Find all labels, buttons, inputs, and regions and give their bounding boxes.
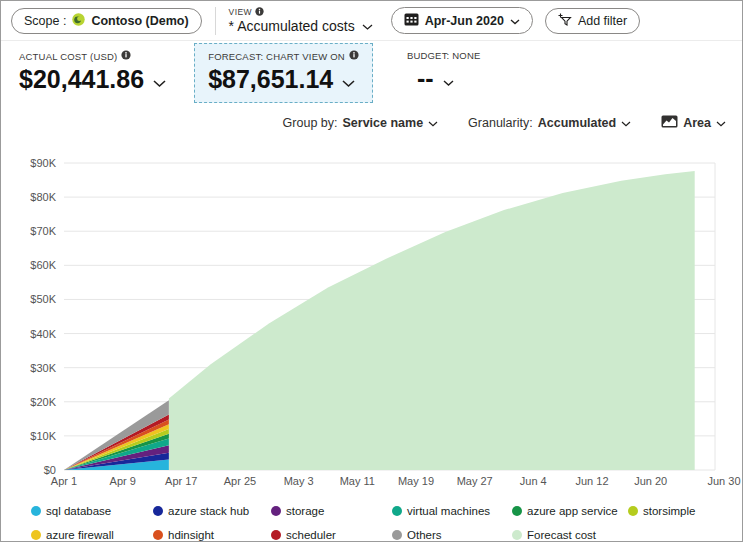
- management-group-icon: [72, 13, 85, 29]
- legend-item-scheduler[interactable]: scheduler: [271, 529, 392, 541]
- x-tick-label: Apr 9: [110, 475, 136, 487]
- chevron-down-icon: [621, 116, 631, 130]
- scheduler-swatch-icon: [271, 530, 281, 540]
- kpi-row: ACTUAL COST (USD) $20,441.86 FORECAST: C…: [1, 41, 742, 103]
- legend-item-forecast-cost[interactable]: Forecast cost: [512, 529, 628, 541]
- legend-label: Forecast cost: [527, 529, 596, 541]
- y-tick-label: $30K: [30, 362, 56, 374]
- legend-label: Others: [407, 529, 442, 541]
- others-swatch-icon: [392, 530, 402, 540]
- x-tick-label: Jun 4: [520, 475, 547, 487]
- view-label: VIEW: [229, 8, 252, 18]
- x-tick-label: May 27: [457, 475, 493, 487]
- storsimple-swatch-icon: [628, 506, 638, 516]
- legend-label: hdinsight: [168, 529, 214, 541]
- azure-stack-hub-swatch-icon: [153, 506, 163, 516]
- x-tick-label: Jun 20: [634, 475, 667, 487]
- granularity-label: Granularity:: [468, 116, 533, 130]
- legend-item-virtual-machines[interactable]: virtual machines: [392, 505, 512, 517]
- x-tick-label: May 3: [284, 475, 314, 487]
- toolbar-divider: [215, 7, 216, 35]
- legend-label: scheduler: [286, 529, 336, 541]
- info-icon: [349, 50, 359, 62]
- chevron-down-icon: [362, 18, 373, 34]
- chart-controls: Group by: Service name Granularity: Accu…: [1, 103, 742, 131]
- chevron-down-icon: [510, 14, 520, 28]
- y-tick-label: $80K: [30, 191, 56, 203]
- legend-item-storage[interactable]: storage: [271, 505, 392, 517]
- virtual-machines-swatch-icon: [392, 506, 402, 516]
- x-tick-label: Apr 17: [165, 475, 197, 487]
- x-tick-label: Jun 30: [707, 475, 740, 487]
- chevron-down-icon: [443, 64, 454, 93]
- x-tick-label: Apr 1: [51, 475, 77, 487]
- view-value: * Accumulated costs: [229, 18, 355, 34]
- legend-label: storage: [286, 505, 324, 517]
- chart-legend: sql databaseazure stack hubstoragevirtua…: [1, 493, 742, 542]
- budget-value[interactable]: --: [407, 64, 481, 93]
- info-icon: [255, 7, 264, 19]
- y-tick-label: $10K: [30, 430, 56, 442]
- actual-cost-value[interactable]: $20,441.86: [19, 65, 166, 94]
- chevron-down-icon: [342, 65, 355, 94]
- legend-item-azure-stack-hub[interactable]: azure stack hub: [153, 505, 271, 517]
- date-range-value: Apr-Jun 2020: [425, 14, 504, 28]
- legend-label: sql database: [46, 505, 111, 517]
- granularity-value: Accumulated: [538, 116, 617, 130]
- group-by-label: Group by:: [283, 116, 338, 130]
- forecast-kpi: FORECAST: CHART VIEW ON $87,651.14: [194, 43, 373, 103]
- legend-row: azure firewallhdinsightschedulerOthersFo…: [31, 523, 742, 542]
- group-by-dropdown[interactable]: Group by: Service name: [283, 116, 439, 130]
- legend-label: azure firewall: [46, 529, 114, 541]
- chart-type-dropdown[interactable]: Area: [661, 115, 726, 131]
- legend-item-others[interactable]: Others: [392, 529, 512, 541]
- budget-kpi: BUDGET: NONE --: [407, 50, 481, 93]
- legend-label: virtual machines: [407, 505, 490, 517]
- cost-chart[interactable]: $0$10K$20K$30K$40K$50K$60K$70K$80K$90KAp…: [1, 133, 743, 489]
- y-tick-label: $60K: [30, 259, 56, 271]
- area-chart-icon: [661, 115, 678, 131]
- azure-app-service-swatch-icon: [512, 506, 522, 516]
- add-filter-button[interactable]: Add filter: [545, 8, 640, 34]
- storage-swatch-icon: [271, 506, 281, 516]
- legend-item-azure-firewall[interactable]: azure firewall: [31, 529, 153, 541]
- budget-label: BUDGET: NONE: [407, 50, 481, 61]
- legend-label: azure stack hub: [168, 505, 249, 517]
- granularity-dropdown[interactable]: Granularity: Accumulated: [468, 116, 631, 130]
- chevron-down-icon: [428, 116, 438, 130]
- forecast-label: FORECAST: CHART VIEW ON: [208, 51, 345, 62]
- y-tick-label: $40K: [30, 328, 56, 340]
- date-range-picker[interactable]: Apr-Jun 2020: [391, 7, 533, 34]
- legend-label: azure app service: [527, 505, 618, 517]
- x-tick-label: Jun 12: [575, 475, 608, 487]
- scope-value: Contoso (Demo): [91, 14, 188, 28]
- scope-selector[interactable]: Scope : Contoso (Demo): [11, 8, 202, 34]
- add-filter-label: Add filter: [578, 14, 627, 28]
- chevron-down-icon: [153, 65, 166, 94]
- legend-item-azure-app-service[interactable]: azure app service: [512, 505, 628, 517]
- chart-type-value: Area: [683, 116, 711, 130]
- x-tick-label: May 11: [340, 475, 375, 487]
- legend-item-storsimple[interactable]: storsimple: [628, 505, 742, 517]
- y-tick-label: $90K: [30, 157, 56, 169]
- y-tick-label: $70K: [30, 225, 56, 237]
- group-by-value: Service name: [342, 116, 423, 130]
- forecast-cost-area: [169, 171, 695, 470]
- sql-database-swatch-icon: [31, 506, 41, 516]
- x-tick-label: Apr 25: [224, 475, 256, 487]
- legend-item-hdinsight[interactable]: hdinsight: [153, 529, 271, 541]
- azure-firewall-swatch-icon: [31, 530, 41, 540]
- actual-cost-label: ACTUAL COST (USD): [19, 51, 117, 62]
- calendar-icon: [404, 12, 419, 29]
- y-tick-label: $50K: [30, 293, 56, 305]
- forecast-value[interactable]: $87,651.14: [208, 65, 359, 94]
- x-tick-label: May 19: [398, 475, 434, 487]
- forecast-cost-swatch-icon: [512, 530, 522, 540]
- legend-row: sql databaseazure stack hubstoragevirtua…: [31, 499, 742, 523]
- legend-item-sql-database[interactable]: sql database: [31, 505, 153, 517]
- command-bar: Scope : Contoso (Demo) VIEW * Accumulate…: [1, 1, 742, 41]
- view-selector[interactable]: VIEW * Accumulated costs: [229, 7, 373, 35]
- chevron-down-icon: [716, 116, 726, 130]
- legend-label: storsimple: [643, 505, 695, 517]
- filter-plus-icon: [558, 13, 572, 29]
